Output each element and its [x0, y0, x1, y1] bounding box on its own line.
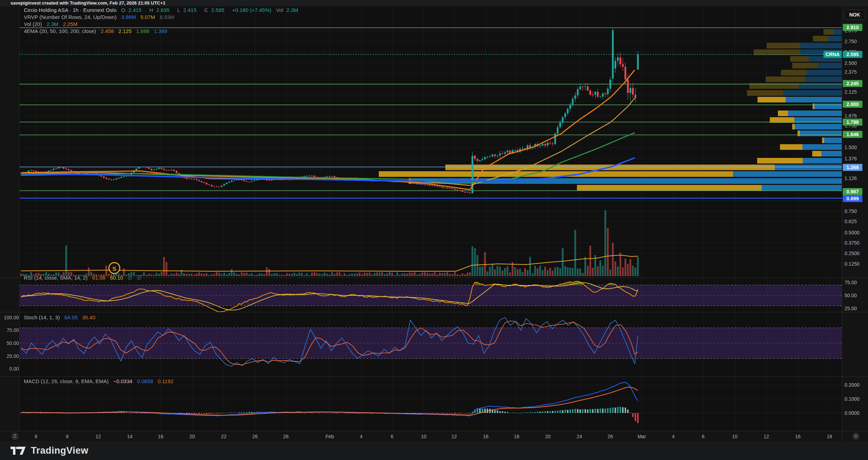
vol-value-1: 2.3M	[47, 21, 58, 27]
open-label: O	[121, 7, 125, 13]
rsi-value-4: ∅	[137, 275, 142, 281]
chart-canvas[interactable]	[19, 6, 842, 431]
time-axis-label: 8	[66, 434, 69, 439]
macd-axis-label: 0.2000	[845, 382, 860, 388]
time-axis-label: 12	[451, 434, 457, 439]
vrvp-value-1: 3.86M	[121, 14, 136, 20]
stoch-axis-label: 25.00	[1, 353, 19, 359]
ema100-value: 1.688	[136, 28, 150, 34]
low-value: 2.415	[183, 7, 197, 13]
price-badge: 0.899	[843, 195, 862, 202]
time-axis-label: Feb	[325, 434, 334, 439]
macd-hist-value: −0.0334	[113, 378, 133, 384]
pane-separator[interactable]	[0, 312, 868, 312]
price-badge: 2.245	[843, 80, 862, 87]
rsi-value-3: ∅	[128, 275, 132, 281]
stoch-axis-label: 50.00	[1, 340, 19, 346]
high-label: H	[149, 7, 153, 13]
ema-name: 4EMA (20, 50, 100, 200, close)	[24, 28, 96, 34]
attribution-text: savepiginvest created with TradingView.c…	[11, 0, 166, 6]
price-axis-label: 2.750	[845, 39, 857, 44]
time-axis-label: 20	[189, 434, 195, 439]
attribution-bar: savepiginvest created with TradingView.c…	[0, 0, 868, 6]
symbol-price-tag: CRNA	[823, 51, 842, 58]
price-badge: 2.595	[843, 51, 862, 58]
vrvp-value-2: 5.07M	[141, 14, 155, 20]
macd-signal-value: 0.1192	[158, 378, 174, 384]
price-badge: 0.987	[843, 188, 862, 195]
time-axis-label: 28	[283, 434, 289, 439]
time-axis-label: 16	[483, 434, 489, 439]
vol-value-2: 2.25M	[63, 21, 78, 27]
time-axis-label: 10	[421, 434, 426, 439]
price-axis-label: 0.750	[845, 208, 857, 214]
time-axis-label: 12	[763, 434, 769, 439]
change-value: +0.180 (+7.45%)	[232, 7, 271, 13]
time-axis-border	[0, 431, 868, 431]
pane-separator[interactable]	[0, 376, 868, 377]
macd-legend-row[interactable]: MACD (12, 26, close, 9, EMA, EMA) −0.033…	[24, 378, 177, 384]
vrvp-legend-row[interactable]: VRVP (Number Of Rows, 24, Up/Down) 3.86M…	[24, 14, 177, 20]
rsi-axis-label: 25.00	[845, 306, 857, 311]
time-axis-label: 4	[672, 434, 675, 439]
time-axis-label: 18	[514, 434, 519, 439]
price-axis-label: 1.126	[845, 175, 857, 181]
stoch-legend-row[interactable]: Stoch (14, 1, 3) 64.55 35.40	[24, 314, 99, 320]
volume-value: 2.3M	[287, 7, 298, 13]
price-axis-label: 0.2500	[845, 251, 860, 256]
stoch-axis-label: 100.00	[1, 315, 19, 320]
rsi-value-1: 61.08	[92, 275, 106, 281]
time-axis-label: 6	[702, 434, 705, 439]
price-axis-label: 2.125	[845, 89, 857, 95]
price-badge: 2.000	[843, 101, 862, 108]
stoch-k-value: 64.55	[65, 314, 78, 320]
auto-scale-button[interactable]: A	[852, 433, 860, 440]
price-axis-border	[842, 6, 842, 441]
time-axis-label: 16	[158, 434, 163, 439]
price-axis-label: 0.5000	[845, 230, 860, 235]
tradingview-logo[interactable]: TradingView	[10, 445, 88, 456]
time-axis-label: 26	[607, 434, 613, 439]
time-axis-label: Mar	[638, 434, 646, 439]
vol-legend-row[interactable]: Vol (20) 2.3M 2.25M	[24, 21, 81, 27]
close-label: C	[204, 7, 208, 13]
footer-bar: TradingView	[0, 441, 868, 460]
time-axis-label: 22	[221, 434, 227, 439]
price-axis-label: 1.500	[845, 145, 857, 150]
rsi-axis-label: 75.00	[845, 280, 857, 285]
macd-axis-label: 0.1000	[845, 396, 860, 402]
symbol-legend-row[interactable]: Circio Holding ASA · 1h · Euronext Oslo …	[24, 7, 304, 13]
timezone-button[interactable]: Z	[11, 433, 19, 440]
time-axis-label: 16	[795, 434, 801, 439]
price-axis-label: 1.876	[845, 113, 857, 119]
rsi-legend-row[interactable]: RSI (14, close, SMA, 14, 2) 61.08 60.10 …	[24, 275, 145, 281]
close-value: 2.595	[211, 7, 224, 13]
price-badge: 1.798	[843, 119, 862, 126]
ema50-value: 2.125	[119, 28, 132, 34]
symbol-title: Circio Holding ASA · 1h · Euronext Oslo	[24, 7, 116, 13]
tradingview-chart-window: savepiginvest created with TradingView.c…	[0, 0, 868, 460]
time-axis-label: 24	[577, 434, 582, 439]
time-axis-label: 14	[127, 434, 133, 439]
tradingview-logo-text: TradingView	[31, 445, 88, 456]
ema20-value: 2.458	[101, 28, 114, 34]
rsi-name: RSI (14, close, SMA, 14, 2)	[24, 275, 88, 281]
price-axis-label: 2.500	[845, 60, 857, 66]
vrvp-value-3: 8.93M	[160, 14, 174, 20]
tradingview-logo-icon	[10, 445, 27, 456]
stoch-d-value: 35.40	[82, 314, 95, 320]
pane-left-border	[19, 6, 20, 431]
price-axis-label: 0.1250	[845, 261, 860, 267]
high-value: 2.635	[156, 7, 170, 13]
split-event-marker[interactable]: S	[108, 262, 120, 274]
time-axis-label: 6	[391, 434, 393, 439]
stoch-axis-label: 0.00	[1, 366, 19, 372]
ema-legend-row[interactable]: 4EMA (20, 50, 100, 200, close) 2.458 2.1…	[24, 28, 170, 34]
ema200-value: 1.389	[154, 28, 167, 34]
open-value: 2.415	[128, 7, 142, 13]
price-axis-label: 0.625	[845, 219, 857, 224]
rsi-value-2: 60.10	[110, 275, 123, 281]
time-axis-label: 26	[252, 434, 258, 439]
price-axis-label: 2.375	[845, 69, 857, 75]
currency-button[interactable]: NOK	[844, 9, 866, 20]
